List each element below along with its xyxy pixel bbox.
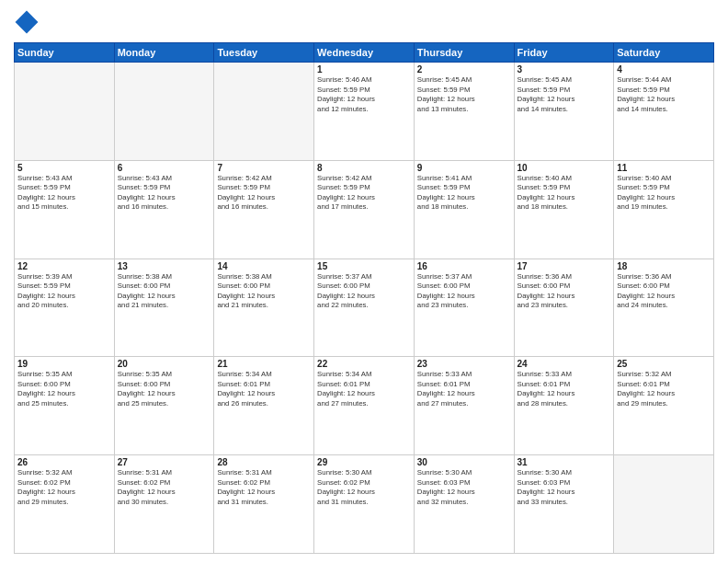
week-row-1: 1Sunrise: 5:46 AMSunset: 5:59 PMDaylight… <box>15 63 714 161</box>
day-header-monday: Monday <box>114 43 214 63</box>
day-cell: 16Sunrise: 5:37 AMSunset: 6:00 PMDayligh… <box>414 259 514 357</box>
day-number: 13 <box>118 261 211 271</box>
day-cell: 13Sunrise: 5:38 AMSunset: 6:00 PMDayligh… <box>114 259 214 357</box>
day-number: 11 <box>617 163 711 173</box>
day-cell: 5Sunrise: 5:43 AMSunset: 5:59 PMDaylight… <box>15 160 115 259</box>
day-number: 28 <box>217 457 311 467</box>
day-info: Sunrise: 5:45 AMSunset: 5:59 PMDaylight:… <box>417 75 511 114</box>
day-info: Sunrise: 5:30 AMSunset: 6:02 PMDaylight:… <box>317 468 411 507</box>
day-info: Sunrise: 5:34 AMSunset: 6:01 PMDaylight:… <box>317 370 411 408</box>
calendar-table: SundayMondayTuesdayWednesdayThursdayFrid… <box>14 42 714 554</box>
day-info: Sunrise: 5:30 AMSunset: 6:03 PMDaylight:… <box>417 468 511 507</box>
day-number: 18 <box>617 261 711 271</box>
day-cell: 19Sunrise: 5:35 AMSunset: 6:00 PMDayligh… <box>15 357 115 455</box>
week-row-5: 26Sunrise: 5:32 AMSunset: 6:02 PMDayligh… <box>15 455 714 554</box>
day-cell: 23Sunrise: 5:33 AMSunset: 6:01 PMDayligh… <box>414 357 514 455</box>
day-number: 20 <box>118 359 211 369</box>
day-number: 30 <box>417 457 511 467</box>
day-cell <box>214 63 314 161</box>
day-cell: 11Sunrise: 5:40 AMSunset: 5:59 PMDayligh… <box>614 160 714 259</box>
day-cell: 9Sunrise: 5:41 AMSunset: 5:59 PMDaylight… <box>414 160 514 259</box>
day-info: Sunrise: 5:40 AMSunset: 5:59 PMDaylight:… <box>518 174 611 213</box>
day-info: Sunrise: 5:44 AMSunset: 5:59 PMDaylight:… <box>617 75 711 114</box>
day-cell: 8Sunrise: 5:42 AMSunset: 5:59 PMDaylight… <box>314 160 415 259</box>
day-header-saturday: Saturday <box>614 43 714 63</box>
day-number: 15 <box>317 261 411 271</box>
day-info: Sunrise: 5:37 AMSunset: 6:00 PMDaylight:… <box>317 272 411 311</box>
day-number: 27 <box>118 457 211 467</box>
day-header-tuesday: Tuesday <box>214 43 314 63</box>
day-cell: 14Sunrise: 5:38 AMSunset: 6:00 PMDayligh… <box>214 259 314 357</box>
day-info: Sunrise: 5:39 AMSunset: 5:59 PMDaylight:… <box>17 272 111 311</box>
day-cell: 3Sunrise: 5:45 AMSunset: 5:59 PMDaylight… <box>514 63 614 161</box>
day-cell: 1Sunrise: 5:46 AMSunset: 5:59 PMDaylight… <box>314 63 415 161</box>
day-cell: 29Sunrise: 5:30 AMSunset: 6:02 PMDayligh… <box>314 455 415 554</box>
day-info: Sunrise: 5:42 AMSunset: 5:59 PMDaylight:… <box>317 174 411 213</box>
day-cell: 22Sunrise: 5:34 AMSunset: 6:01 PMDayligh… <box>314 357 415 455</box>
day-cell: 24Sunrise: 5:33 AMSunset: 6:01 PMDayligh… <box>514 357 614 455</box>
day-number: 26 <box>17 457 111 467</box>
week-row-3: 12Sunrise: 5:39 AMSunset: 5:59 PMDayligh… <box>15 259 714 357</box>
logo-icon <box>14 9 40 35</box>
day-cell: 17Sunrise: 5:36 AMSunset: 6:00 PMDayligh… <box>514 259 614 357</box>
day-cell: 30Sunrise: 5:30 AMSunset: 6:03 PMDayligh… <box>414 455 514 554</box>
day-number: 25 <box>617 359 711 369</box>
day-cell: 27Sunrise: 5:31 AMSunset: 6:02 PMDayligh… <box>114 455 214 554</box>
day-info: Sunrise: 5:33 AMSunset: 6:01 PMDaylight:… <box>417 370 511 408</box>
day-info: Sunrise: 5:30 AMSunset: 6:03 PMDaylight:… <box>518 468 611 507</box>
day-cell <box>614 455 714 554</box>
day-number: 8 <box>317 163 411 173</box>
day-number: 9 <box>417 163 511 173</box>
day-header-wednesday: Wednesday <box>314 43 415 63</box>
day-number: 1 <box>317 64 411 75</box>
day-info: Sunrise: 5:34 AMSunset: 6:01 PMDaylight:… <box>217 370 311 408</box>
day-number: 31 <box>518 457 611 467</box>
day-header-friday: Friday <box>514 43 614 63</box>
day-info: Sunrise: 5:35 AMSunset: 6:00 PMDaylight:… <box>118 370 211 408</box>
svg-marker-0 <box>16 11 39 34</box>
page: SundayMondayTuesdayWednesdayThursdayFrid… <box>0 0 728 563</box>
day-info: Sunrise: 5:36 AMSunset: 6:00 PMDaylight:… <box>617 272 711 311</box>
day-number: 3 <box>518 64 611 75</box>
day-number: 19 <box>17 359 111 369</box>
week-row-4: 19Sunrise: 5:35 AMSunset: 6:00 PMDayligh… <box>15 357 714 455</box>
day-cell: 6Sunrise: 5:43 AMSunset: 5:59 PMDaylight… <box>114 160 214 259</box>
day-cell: 25Sunrise: 5:32 AMSunset: 6:01 PMDayligh… <box>614 357 714 455</box>
day-info: Sunrise: 5:42 AMSunset: 5:59 PMDaylight:… <box>217 174 311 213</box>
day-number: 2 <box>417 64 511 75</box>
day-number: 10 <box>518 163 611 173</box>
day-cell: 31Sunrise: 5:30 AMSunset: 6:03 PMDayligh… <box>514 455 614 554</box>
header-row: SundayMondayTuesdayWednesdayThursdayFrid… <box>15 43 714 63</box>
day-number: 16 <box>417 261 511 271</box>
day-cell: 10Sunrise: 5:40 AMSunset: 5:59 PMDayligh… <box>514 160 614 259</box>
day-info: Sunrise: 5:32 AMSunset: 6:02 PMDaylight:… <box>17 468 111 507</box>
logo <box>14 9 43 35</box>
day-cell <box>114 63 214 161</box>
day-number: 4 <box>617 64 711 75</box>
day-number: 24 <box>518 359 611 369</box>
day-cell: 28Sunrise: 5:31 AMSunset: 6:02 PMDayligh… <box>214 455 314 554</box>
day-info: Sunrise: 5:41 AMSunset: 5:59 PMDaylight:… <box>417 174 511 213</box>
day-info: Sunrise: 5:45 AMSunset: 5:59 PMDaylight:… <box>518 75 611 114</box>
day-info: Sunrise: 5:31 AMSunset: 6:02 PMDaylight:… <box>217 468 311 507</box>
day-number: 6 <box>118 163 211 173</box>
day-cell <box>15 63 115 161</box>
day-number: 22 <box>317 359 411 369</box>
day-info: Sunrise: 5:46 AMSunset: 5:59 PMDaylight:… <box>317 75 411 114</box>
day-header-sunday: Sunday <box>15 43 115 63</box>
day-info: Sunrise: 5:40 AMSunset: 5:59 PMDaylight:… <box>617 174 711 213</box>
day-cell: 4Sunrise: 5:44 AMSunset: 5:59 PMDaylight… <box>614 63 714 161</box>
day-cell: 2Sunrise: 5:45 AMSunset: 5:59 PMDaylight… <box>414 63 514 161</box>
day-cell: 7Sunrise: 5:42 AMSunset: 5:59 PMDaylight… <box>214 160 314 259</box>
day-info: Sunrise: 5:32 AMSunset: 6:01 PMDaylight:… <box>617 370 711 408</box>
week-row-2: 5Sunrise: 5:43 AMSunset: 5:59 PMDaylight… <box>15 160 714 259</box>
day-cell: 18Sunrise: 5:36 AMSunset: 6:00 PMDayligh… <box>614 259 714 357</box>
day-info: Sunrise: 5:33 AMSunset: 6:01 PMDaylight:… <box>518 370 611 408</box>
day-info: Sunrise: 5:43 AMSunset: 5:59 PMDaylight:… <box>118 174 211 213</box>
day-info: Sunrise: 5:38 AMSunset: 6:00 PMDaylight:… <box>118 272 211 311</box>
day-cell: 12Sunrise: 5:39 AMSunset: 5:59 PMDayligh… <box>15 259 115 357</box>
day-info: Sunrise: 5:35 AMSunset: 6:00 PMDaylight:… <box>17 370 111 408</box>
day-number: 21 <box>217 359 311 369</box>
day-cell: 26Sunrise: 5:32 AMSunset: 6:02 PMDayligh… <box>15 455 115 554</box>
day-number: 7 <box>217 163 311 173</box>
